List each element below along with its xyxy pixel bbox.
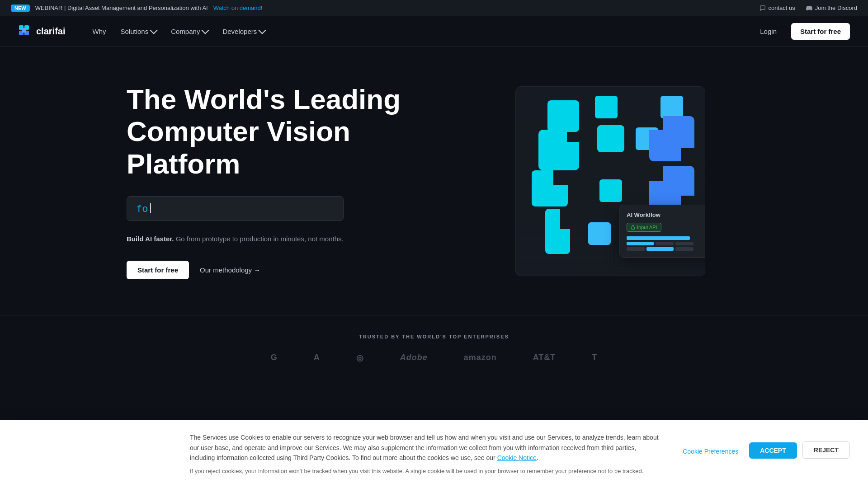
- puzzle-piece-11: [545, 209, 570, 254]
- hero-visual: AI Workflow Input API: [434, 86, 787, 276]
- input-api-label: Input API: [637, 225, 657, 230]
- logo-text: clarifai: [36, 26, 65, 37]
- cookie-secondary-text: If you reject cookies, your information …: [190, 467, 659, 476]
- trusted-label: TRUSTED BY THE WORLD'S TOP ENTERPRISES: [0, 334, 868, 339]
- workflow-bar-md2: [646, 247, 674, 251]
- cookie-main-text: The Services use Cookies to enable our s…: [190, 432, 659, 463]
- svg-rect-4: [22, 28, 26, 33]
- nav-developers-label: Developers: [222, 28, 257, 35]
- developers-chevron-icon: [259, 26, 266, 34]
- svg-rect-5: [631, 227, 635, 230]
- hero-description-strong: Build AI faster.: [127, 235, 174, 243]
- puzzle-piece-2: [595, 96, 618, 118]
- cookie-reject-button[interactable]: REJECT: [802, 441, 850, 459]
- announcement-left: New WEBINAR | Digital Asset Management a…: [11, 5, 760, 12]
- workflow-bar-sm3: [627, 247, 645, 251]
- visual-container: AI Workflow Input API: [515, 86, 705, 276]
- bar-row-2: [627, 242, 705, 245]
- company-logo-t: T: [592, 353, 597, 362]
- workflow-bar-sm: [656, 242, 674, 245]
- nav-why[interactable]: Why: [87, 24, 111, 39]
- chat-icon: [760, 5, 766, 11]
- puzzle-piece-5: [597, 125, 624, 152]
- trusted-section: TRUSTED BY THE WORLD'S TOP ENTERPRISES G…: [0, 315, 868, 372]
- contact-us-label: contact us: [769, 5, 795, 11]
- ai-workflow-title: AI Workflow: [627, 211, 705, 218]
- hero-buttons: Start for free Our methodology →: [127, 261, 434, 279]
- input-api-tag: Input API: [627, 223, 661, 232]
- bar-row-1: [627, 236, 705, 240]
- puzzle-piece-12: [588, 222, 611, 245]
- workflow-bar-md: [627, 242, 654, 245]
- nav-why-label: Why: [92, 28, 106, 35]
- company-logo-amazon: amazon: [464, 353, 497, 362]
- nav-actions: Login Start for free: [753, 23, 850, 40]
- join-discord-link[interactable]: Join the Discord: [806, 5, 857, 11]
- clarifai-logo-icon: [18, 24, 33, 39]
- new-badge: New: [11, 5, 30, 12]
- search-cursor: [150, 203, 151, 213]
- cookie-main-text-content: The Services use Cookies to enable our s…: [190, 434, 659, 461]
- hero-start-for-free-button[interactable]: Start for free: [127, 261, 189, 279]
- solutions-chevron-icon: [150, 26, 158, 34]
- hero-title: The World's Leading Computer Vision Plat…: [127, 83, 434, 180]
- nav-solutions-label: Solutions: [120, 28, 148, 35]
- cookie-notice-link[interactable]: Cookie Notice: [497, 454, 537, 461]
- contact-us-link[interactable]: contact us: [760, 5, 795, 11]
- cookie-banner: The Services use Cookies to enable our s…: [0, 420, 868, 488]
- puzzle-piece-4: [538, 130, 579, 170]
- workflow-bar-sm2: [675, 242, 693, 245]
- announcement-bar: New WEBINAR | Digital Asset Management a…: [0, 0, 868, 16]
- company-logo-q: ◎: [356, 353, 364, 363]
- watch-on-demand-link[interactable]: Watch on demand!: [213, 5, 263, 11]
- discord-icon: [806, 5, 812, 11]
- lock-icon: [631, 225, 635, 230]
- puzzle-piece-1: [547, 100, 579, 132]
- cookie-accept-button[interactable]: ACCEPT: [749, 442, 797, 459]
- hero-search-box[interactable]: fo: [127, 196, 344, 221]
- hero-description-rest: Go from prototype to production in minut…: [176, 235, 344, 243]
- workflow-bar-full: [627, 236, 690, 240]
- nav-solutions[interactable]: Solutions: [115, 24, 162, 39]
- our-methodology-link[interactable]: Our methodology →: [200, 266, 260, 274]
- puzzle-piece-9: [599, 179, 622, 202]
- announcement-text: WEBINAR | Digital Asset Management and P…: [35, 5, 208, 11]
- workflow-bars: [627, 236, 705, 251]
- puzzle-piece-3: [660, 96, 683, 118]
- cookie-actions: Cookie Preferences ACCEPT REJECT: [677, 432, 850, 459]
- announcement-right: contact us Join the Discord: [760, 5, 857, 11]
- ai-workflow-card: AI Workflow Input API: [619, 205, 705, 258]
- bar-row-3: [627, 247, 705, 251]
- company-logo-google: G: [271, 353, 278, 362]
- nav-links: Why Solutions Company Developers: [87, 24, 753, 39]
- puzzle-piece-7: [649, 116, 694, 161]
- company-chevron-icon: [202, 26, 209, 34]
- join-discord-label: Join the Discord: [815, 5, 857, 11]
- company-logo-att: AT&T: [533, 353, 556, 362]
- workflow-bar-sm4: [675, 247, 693, 251]
- logo[interactable]: clarifai: [18, 24, 65, 39]
- company-logo-a: A: [314, 353, 320, 362]
- main-navbar: clarifai Why Solutions Company Developer…: [0, 16, 868, 47]
- nav-company[interactable]: Company: [165, 24, 213, 39]
- puzzle-piece-8: [532, 170, 568, 206]
- search-prefix: fo: [136, 203, 148, 214]
- hero-section: The World's Leading Computer Vision Plat…: [0, 47, 868, 315]
- hero-content: The World's Leading Computer Vision Plat…: [127, 83, 434, 279]
- nav-developers[interactable]: Developers: [217, 24, 270, 39]
- start-for-free-button[interactable]: Start for free: [791, 23, 850, 40]
- company-logo-adobe: Adobe: [400, 353, 428, 362]
- login-button[interactable]: Login: [753, 24, 784, 39]
- nav-company-label: Company: [171, 28, 200, 35]
- cookie-preferences-button[interactable]: Cookie Preferences: [677, 444, 744, 459]
- hero-description: Build AI faster. Go from prototype to pr…: [127, 234, 434, 244]
- logos-row: G A ◎ Adobe amazon AT&T T: [0, 353, 868, 363]
- cookie-text-area: The Services use Cookies to enable our s…: [190, 432, 659, 475]
